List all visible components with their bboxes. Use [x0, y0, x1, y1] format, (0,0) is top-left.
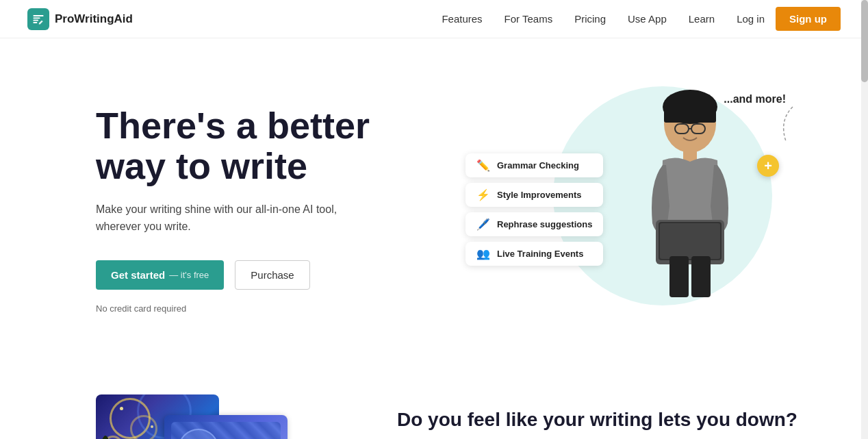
login-link[interactable]: Log in	[737, 13, 765, 25]
feature-card-label-0: Grammar Checking	[497, 160, 579, 171]
person-illustration	[615, 79, 765, 326]
hero-section: There's a better way to write Make your …	[0, 38, 868, 367]
feature-cards: ✏️ Grammar Checking ⚡ Style Improvements…	[465, 153, 603, 266]
logo-text: ProWritingAid	[55, 12, 133, 26]
hero-title: There's a better way to write	[96, 105, 452, 187]
section2-left: My idea in my head	[96, 394, 342, 439]
rephrase-icon: 🖊️	[476, 218, 490, 231]
plus-badge: +	[757, 155, 779, 177]
feature-card-label-1: Style Improvements	[497, 190, 582, 200]
hero-buttons: Get started — it's free Purchase	[96, 260, 452, 290]
feature-card-label-3: Live Training Events	[497, 249, 583, 259]
nav-pricing[interactable]: Pricing	[574, 13, 606, 25]
and-more-label: ...and more!	[724, 93, 786, 105]
section2: My idea in my head Do you feel like your…	[0, 394, 868, 439]
training-icon: 👥	[476, 247, 490, 260]
feature-card-3: 👥 Live Training Events	[465, 242, 603, 266]
section2-right: Do you feel like your writing lets you d…	[397, 394, 813, 439]
logo-link[interactable]: ProWritingAid	[27, 8, 133, 30]
nav-features[interactable]: Features	[442, 13, 482, 25]
feature-card-label-2: Rephrase suggestions	[497, 219, 592, 229]
hero-subtitle: Make your writing shine with our all-in-…	[96, 201, 383, 236]
nav-for-teams[interactable]: For Teams	[505, 13, 553, 25]
svg-rect-11	[691, 256, 711, 297]
artwork-container: My idea in my head	[96, 394, 329, 439]
signup-button[interactable]: Sign up	[776, 7, 841, 31]
navigation: ProWritingAid Features For Teams Pricing…	[0, 0, 868, 38]
nav-use-app[interactable]: Use App	[628, 13, 667, 25]
hero-left: There's a better way to write Make your …	[96, 105, 452, 314]
purchase-button[interactable]: Purchase	[235, 260, 309, 290]
person-svg	[622, 86, 758, 326]
page-scrollbar[interactable]	[861, 0, 868, 439]
feature-card-2: 🖊️ Rephrase suggestions	[465, 212, 603, 236]
svg-rect-10	[669, 256, 689, 297]
logo-icon	[27, 8, 49, 30]
nav-learn[interactable]: Learn	[689, 13, 715, 25]
cta-sub-label: — it's free	[169, 270, 209, 280]
svg-rect-9	[660, 223, 720, 259]
section2-title: Do you feel like your writing lets you d…	[397, 408, 813, 431]
svg-rect-2	[664, 105, 716, 123]
feature-card-0: ✏️ Grammar Checking	[465, 153, 603, 177]
grammar-icon: ✏️	[476, 159, 490, 172]
style-icon: ⚡	[476, 188, 490, 201]
feature-card-1: ⚡ Style Improvements	[465, 183, 603, 207]
artwork-overlay	[164, 415, 288, 439]
nav-links: Features For Teams Pricing Use App Learn	[442, 13, 715, 25]
hero-right: ...and more! ✏️ Grammar Checking ⚡ Style…	[452, 79, 813, 340]
cta-label: Get started	[111, 269, 165, 281]
no-credit-text: No credit card required	[96, 303, 452, 314]
scrollbar-thumb[interactable]	[861, 0, 868, 82]
get-started-button[interactable]: Get started — it's free	[96, 260, 224, 290]
